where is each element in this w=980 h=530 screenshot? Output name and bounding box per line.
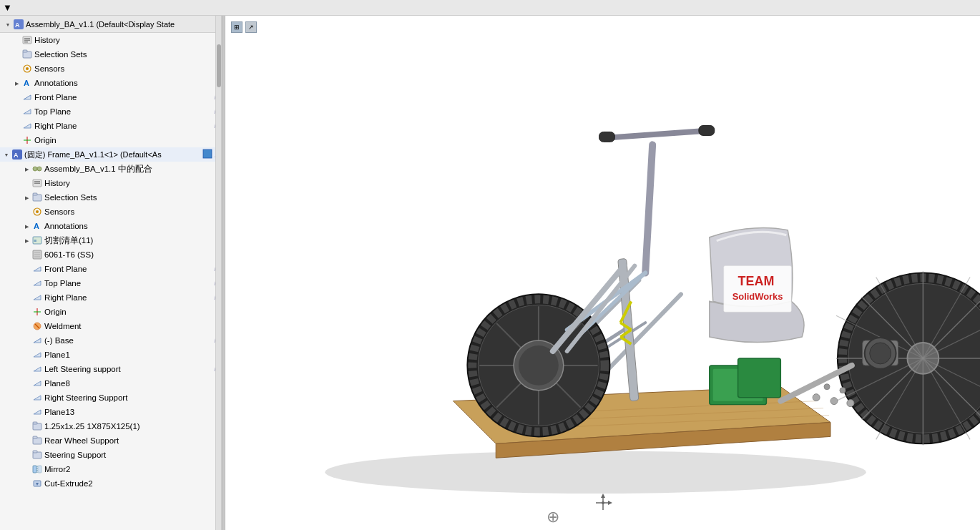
rect-tube-icon [31, 421, 43, 432]
svg-marker-38 [34, 295, 41, 300]
weldment-label: Weldment [44, 322, 220, 330]
tree-item-plane8[interactable]: Plane8 [0, 376, 221, 391]
tree-scroll-area[interactable]: History Selection Sets Sensors [0, 33, 221, 530]
material-label: 6061-T6 (SS) [44, 250, 220, 259]
front-plane-sub-icon [31, 263, 43, 275]
svg-rect-75 [599, 132, 615, 142]
tree-item-sensors-sub[interactable]: Sensors [0, 205, 221, 219]
tree-item-mirror2[interactable]: Mirror2 [0, 462, 221, 476]
tree-item-assembly-fixed[interactable]: A (固定) Frame_BA_v1.1<1> (Default<As ↗ [0, 147, 221, 162]
left-steering-label: Left Steering support [44, 365, 212, 373]
tree-item-cut-list[interactable]: ≡ 切割清单(11) [0, 233, 221, 247]
viewport-area[interactable]: ⊞ ↗ ◀ [225, 16, 980, 530]
tree-root-item[interactable]: A Assembly_BA_v1.1 (Default<Display Stat… [0, 16, 221, 33]
top-plane-top-icon [21, 106, 33, 117]
tree-item-weldment[interactable]: Weldment [0, 319, 221, 333]
tree-item-sensors-top[interactable]: Sensors [0, 62, 221, 76]
tree-item-plane1[interactable]: Plane1 [0, 348, 221, 362]
svg-rect-26 [33, 193, 37, 195]
svg-point-9 [26, 67, 29, 70]
annotations-sub-icon: A [31, 220, 43, 232]
left-steering-icon [31, 363, 43, 375]
cut-extrude2-icon [31, 478, 43, 489]
svg-rect-24 [34, 183, 40, 185]
mates-icon [31, 163, 43, 175]
tree-item-front-plane-top[interactable]: Front Plane / / [0, 90, 221, 104]
tree-scrollbar[interactable] [215, 16, 221, 530]
tree-item-rear-wheel[interactable]: Rear Wheel Support [0, 433, 221, 448]
tree-item-right-steering[interactable]: Right Steering Support [0, 391, 221, 405]
svg-marker-37 [34, 281, 41, 285]
svg-marker-126 [608, 501, 612, 505]
tree-item-origin-sub[interactable]: Origin [0, 305, 221, 319]
root-expander[interactable] [3, 19, 13, 29]
tree-item-right-plane-top[interactable]: Right Plane / / [0, 119, 221, 133]
tree-item-annotations-top[interactable]: A Annotations [0, 76, 221, 90]
mates-label: Assembly_BA_v1.1 中的配合 [44, 164, 220, 175]
viewport-arrow-btn[interactable]: ↗ [245, 21, 257, 33]
tree-item-base[interactable]: (-) Base / / [0, 333, 221, 348]
plane8-icon [31, 378, 43, 389]
tree-item-material[interactable]: 6061-T6 (SS) [0, 247, 221, 262]
plane13-label: Plane13 [44, 408, 220, 416]
front-plane-sub-label: Front Plane [44, 265, 212, 273]
tree-item-selection-sets-sub[interactable]: Selection Sets [0, 190, 221, 205]
steering-support-label: Steering Support [44, 451, 220, 459]
svg-rect-53 [33, 436, 37, 438]
selection-sets-icon [21, 49, 33, 60]
plane1-label: Plane1 [44, 350, 220, 359]
viewport-expand-btn[interactable]: ⊞ [231, 21, 242, 33]
right-plane-top-icon [21, 120, 33, 132]
svg-rect-58 [38, 466, 41, 473]
svg-marker-124 [601, 494, 605, 498]
tree-item-left-steering[interactable]: Left Steering support / / [0, 362, 221, 376]
plane13-icon [31, 406, 43, 418]
svg-text:TEAM: TEAM [738, 274, 775, 288]
right-plane-sub-icon [31, 292, 43, 303]
filter-icon[interactable]: ▼ [3, 2, 12, 13]
tree-item-top-plane-top[interactable]: Top Plane / / [0, 104, 221, 119]
weldment-icon [31, 320, 43, 332]
mirror2-label: Mirror2 [44, 465, 220, 473]
svg-point-101 [870, 343, 891, 364]
tree-item-selection-sets-top[interactable]: Selection Sets [0, 47, 221, 62]
svg-point-28 [36, 210, 39, 213]
origin-top-icon [21, 134, 33, 146]
mirror2-icon [31, 463, 43, 475]
top-filter-bar: ▼ [0, 0, 980, 16]
annotations-icon: A [21, 77, 33, 89]
tree-item-plane13[interactable]: Plane13 [0, 405, 221, 419]
svg-rect-19 [203, 149, 212, 158]
svg-rect-76 [699, 125, 715, 135]
tree-item-history-top[interactable]: History [0, 33, 221, 47]
tree-item-mates[interactable]: Assembly_BA_v1.1 中的配合 [0, 162, 221, 176]
front-plane-top-label: Front Plane [34, 93, 212, 102]
tree-item-rect-tube[interactable]: 1.25x1x.25 1X875X125(1) [0, 419, 221, 433]
svg-marker-47 [34, 381, 41, 386]
cut-list-label: 切割清单(11) [44, 235, 220, 246]
assembly-icon: A [13, 19, 24, 30]
tree-item-right-plane-sub[interactable]: Right Plane / / [0, 290, 221, 305]
tree-item-annotations-sub[interactable]: A Annotations [0, 219, 221, 233]
tree-item-history-sub[interactable]: History [0, 176, 221, 190]
main-area: A Assembly_BA_v1.1 (Default<Display Stat… [0, 16, 980, 530]
svg-text:SolidWorks: SolidWorks [732, 291, 783, 302]
tree-item-origin-top[interactable]: Origin [0, 133, 221, 147]
svg-point-110 [840, 388, 846, 393]
svg-rect-105 [738, 358, 781, 398]
tree-item-front-plane-sub[interactable]: Front Plane / / [0, 262, 221, 276]
history-icon [21, 34, 33, 46]
svg-marker-48 [34, 396, 41, 400]
tree-item-cut-extrude2[interactable]: Cut-Extrude2 [0, 476, 221, 491]
svg-text:A: A [14, 152, 19, 159]
tree-item-top-plane-sub[interactable]: Top Plane / / [0, 276, 221, 290]
sensors-top-label: Sensors [34, 64, 220, 73]
top-plane-top-label: Top Plane [34, 107, 212, 116]
tree-scrollbar-thumb[interactable] [217, 44, 221, 87]
tree-item-steering-support[interactable]: Steering Support [0, 448, 221, 462]
svg-marker-36 [34, 267, 41, 271]
svg-rect-51 [33, 422, 37, 424]
selection-sets-top-label: Selection Sets [34, 50, 220, 59]
origin-sub-icon [31, 306, 43, 318]
assembly-expander[interactable] [1, 149, 11, 160]
